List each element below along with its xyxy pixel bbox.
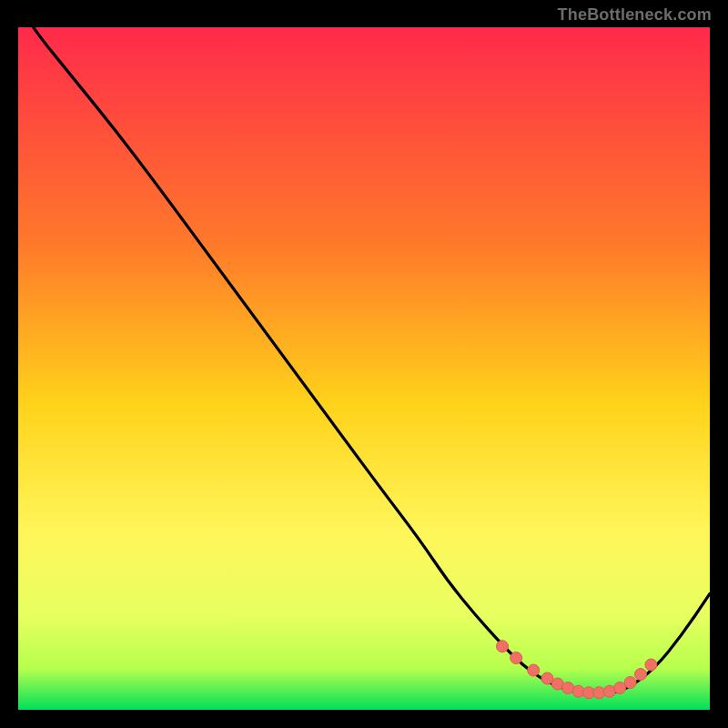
marker-dot: [645, 659, 657, 671]
marker-dot: [572, 685, 584, 697]
marker-dot: [624, 677, 636, 689]
chart-svg: [18, 27, 710, 710]
marker-dot: [528, 664, 540, 676]
marker-dot: [593, 687, 605, 699]
chart-frame: TheBottleneck.com: [0, 0, 728, 728]
marker-dot: [541, 672, 553, 684]
watermark-text: TheBottleneck.com: [558, 5, 712, 25]
plot-area: [18, 27, 710, 710]
marker-dot: [511, 652, 522, 664]
gradient-bg: [18, 27, 710, 710]
marker-dot: [497, 641, 509, 652]
marker-dot: [635, 669, 647, 681]
marker-dot: [614, 682, 626, 694]
